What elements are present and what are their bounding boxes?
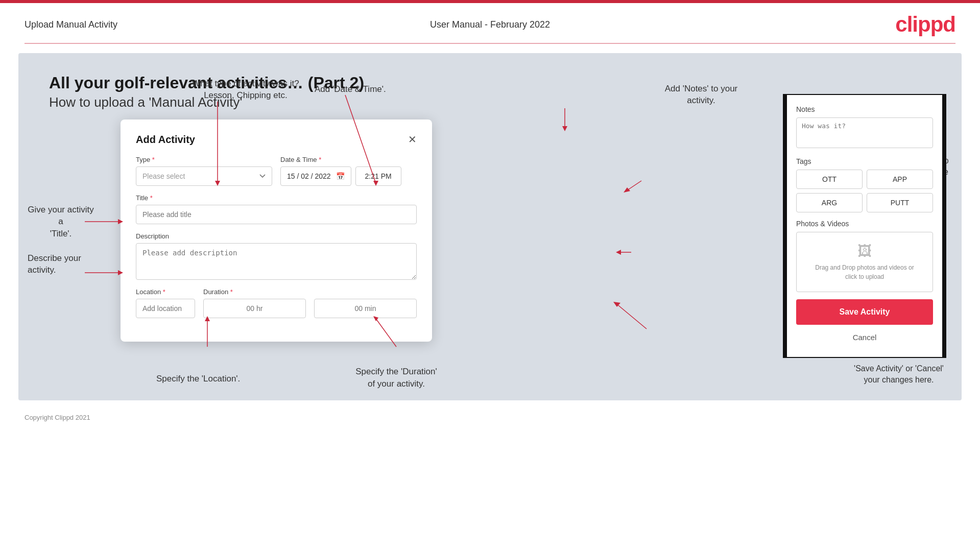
photo-icon: 🖼 [802,243,927,259]
annotation-desc: Describe your activity. [28,252,94,277]
annotation-type: What type of activity was it? Lesson, Ch… [192,78,299,102]
form-group-title: Title * [136,194,417,224]
location-input[interactable] [136,299,195,318]
tag-arg[interactable]: ARG [796,193,863,212]
type-label: Type * [136,156,272,163]
cancel-button[interactable]: Cancel [796,330,933,345]
notes-label: Notes [796,105,933,113]
desc-label: Description [136,232,417,240]
date-time-row: 15 / 02 / 2022 📅 [280,166,417,186]
modal-close-button[interactable]: ✕ [408,134,417,145]
main-content: All your golf-relevant activities… (Part… [18,53,962,400]
footer: Copyright Clippd 2021 [0,410,980,425]
svg-line-14 [626,181,641,191]
form-row-desc: Description [136,232,417,280]
page-label: Upload Manual Activity [25,19,117,30]
desc-input[interactable] [136,243,417,280]
form-group-duration: Duration * [203,288,417,318]
calendar-icon: 📅 [336,172,345,180]
duration-hr-input[interactable] [203,299,306,318]
header-divider [25,43,955,44]
title-label: Title * [136,194,417,202]
phone-modal: Notes Tags OTT APP ARG PUTT Photos & Vid… [783,94,946,358]
title-input[interactable] [136,205,417,224]
photos-drop-zone[interactable]: 🖼 Drag and Drop photos and videos or cli… [796,232,933,293]
duration-inputs [203,299,417,318]
header: Upload Manual Activity User Manual - Feb… [0,3,980,43]
svg-marker-13 [562,126,567,131]
duration-label: Duration * [203,288,417,296]
date-label: Date & Time * [280,156,417,163]
date-input[interactable]: 15 / 02 / 2022 📅 [280,166,351,186]
modal-header: Add Activity ✕ [136,134,417,146]
tags-grid: OTT APP ARG PUTT [796,170,933,212]
form-row-location-duration: Location * Duration * [136,288,417,318]
annotation-date: Add 'Date & Time'. [315,84,386,95]
svg-marker-17 [616,250,621,255]
tag-putt[interactable]: PUTT [867,193,933,212]
form-row-title: Title * [136,194,417,224]
photos-label: Photos & Videos [796,220,933,228]
svg-marker-19 [613,302,620,307]
form-group-date: Date & Time * 15 / 02 / 2022 📅 [280,156,417,186]
tag-app[interactable]: APP [867,170,933,189]
form-group-location: Location * [136,288,195,318]
tags-label: Tags [796,157,933,165]
svg-marker-15 [624,187,630,193]
add-activity-modal: Add Activity ✕ Type * Please select Date… [121,119,432,342]
annotation-notes: Add 'Notes' to your activity. [650,83,752,107]
annotation-location: Specify the 'Location'. [156,373,240,385]
duration-min-input[interactable] [314,299,417,318]
copyright: Copyright Clippd 2021 [25,414,90,421]
manual-label: User Manual - February 2022 [430,19,550,30]
save-activity-button[interactable]: Save Activity [796,299,933,325]
drop-text: Drag and Drop photos and videos or click… [815,264,914,281]
page-title: All your golf-relevant activities… (Part… [49,74,931,92]
modal-title: Add Activity [136,134,195,146]
time-input[interactable] [355,166,401,186]
notes-input[interactable] [796,117,933,148]
form-row-type-date: Type * Please select Date & Time * 15 / … [136,156,417,186]
annotation-save: 'Save Activity' or 'Cancel' your changes… [845,363,952,386]
tag-ott[interactable]: OTT [796,170,863,189]
logo: clippd [895,12,955,37]
annotation-title-left: Give your activity a 'Title'. [28,204,94,240]
annotation-duration: Specify the 'Duration' of your activity. [345,366,447,390]
type-select[interactable]: Please select [136,166,272,186]
form-group-type: Type * Please select [136,156,272,186]
modal-wrapper: Add Activity ✕ Type * Please select Date… [121,119,432,342]
location-label: Location * [136,288,195,296]
right-panel: Notes Tags OTT APP ARG PUTT Photos & Vid… [783,94,946,358]
svg-line-18 [616,303,647,329]
form-group-desc: Description [136,232,417,280]
